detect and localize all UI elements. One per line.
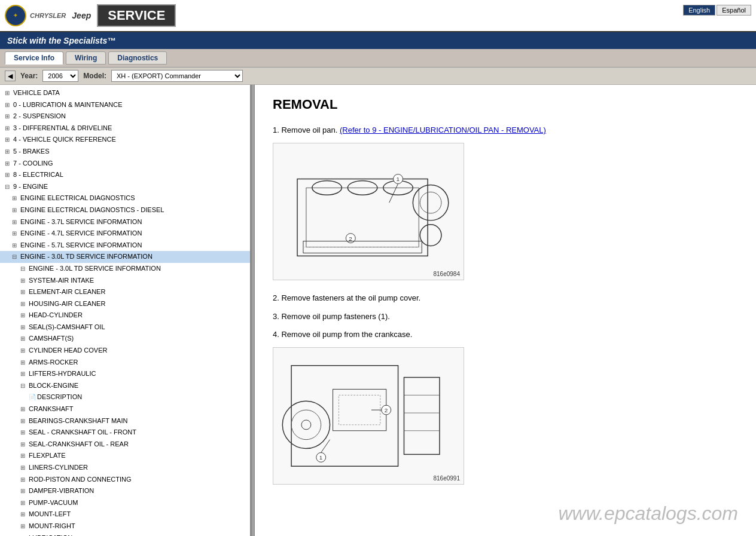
sidebar-item-differential[interactable]: ⊞ 3 - DIFFERENTIAL & DRIVELINE (0, 122, 250, 134)
sidebar-item-suspension[interactable]: ⊞ 2 - SUSPENSION (0, 111, 250, 122)
sidebar-label-rod-piston: ROD-PISTON AND CONNECTING (29, 476, 132, 483)
sidebar-item-eng-37[interactable]: ⊞ ENGINE - 3.7L SERVICE INFORMATION (0, 216, 250, 228)
svg-text:2: 2 (349, 235, 352, 241)
sidebar-item-rod-piston[interactable]: ⊞ ROD-PISTON AND CONNECTING (0, 474, 250, 486)
step-3: 3. Remove oil pump fasteners (1). (273, 311, 738, 323)
sidebar-item-vehicle-quick[interactable]: ⊞ 4 - VEHICLE QUICK REFERENCE (0, 134, 250, 146)
sidebar-item-block-desc[interactable]: 📄 DESCRIPTION (0, 391, 250, 403)
sidebar-label-engine: 9 - ENGINE (13, 183, 48, 190)
sidebar-label-mount-right: MOUNT-RIGHT (29, 522, 75, 529)
header: ✦ CHRYSLER Jeep SERVICE English Español (0, 0, 756, 32)
toggle-icon-seal-camshaft: ⊞ (20, 323, 29, 332)
sidebar-label-seal-camshaft: SEAL(S)-CAMSHAFT OIL (29, 323, 105, 330)
toggle-icon-air-intake: ⊞ (20, 276, 29, 286)
toggle-icon-block-desc: 📄 (29, 393, 37, 402)
sidebar-item-damper[interactable]: ⊞ DAMPER-VIBRATION (0, 485, 250, 497)
step-1-link[interactable]: (Refer to 9 - ENGINE/LUBRICATION/OIL PAN… (340, 125, 546, 134)
sidebar-item-pump-vacuum[interactable]: ⊞ PUMP-VACUUM (0, 497, 250, 509)
sidebar-item-eng-57[interactable]: ⊞ ENGINE - 5.7L SERVICE INFORMATION (0, 240, 250, 252)
sidebar-label-lifters: LIFTERS-HYDRAULIC (29, 370, 96, 377)
toggle-icon-eng-37: ⊞ (12, 218, 20, 227)
sidebar-item-brakes[interactable]: ⊞ 5 - BRAKES (0, 146, 250, 158)
sidebar-label-damper: DAMPER-VIBRATION (29, 487, 94, 494)
step-1-text: Remove oil pan. (281, 125, 340, 134)
sidebar-item-block-engine[interactable]: ⊟ BLOCK-ENGINE (0, 380, 250, 392)
sidebar-item-seal-crank-rear[interactable]: ⊞ SEAL-CRANKSHAFT OIL - REAR (0, 439, 250, 451)
lang-espanol-button[interactable]: Español (717, 5, 751, 16)
sidebar-item-mount-right[interactable]: ⊞ MOUNT-RIGHT (0, 520, 250, 532)
sidebar-item-liners[interactable]: ⊞ LINERS-CYLINDER (0, 462, 250, 474)
sidebar-item-head-cylinder[interactable]: ⊞ HEAD-CYLINDER (0, 310, 250, 321)
content-flex: 1. Remove oil pan. (Refer to 9 - ENGINE/… (273, 124, 738, 525)
svg-text:1: 1 (319, 455, 323, 461)
year-select[interactable]: 2006 2005 2007 (42, 70, 78, 82)
toggle-icon-lifters: ⊞ (20, 369, 29, 379)
tab-diagnostics[interactable]: Diagnostics (108, 51, 167, 65)
content-area: REMOVAL 1. Remove oil pan. (Refer to 9 -… (255, 85, 756, 536)
sidebar-item-eng-30[interactable]: ⊟ ENGINE - 3.0L TD SERVICE INFORMATION (0, 251, 250, 263)
sidebar-label-block-engine: BLOCK-ENGINE (29, 382, 78, 389)
sidebar-item-eng-47[interactable]: ⊞ ENGINE - 4.7L SERVICE INFORMATION (0, 228, 250, 240)
sidebar-item-eng-elec-diag[interactable]: ⊞ ENGINE ELECTRICAL DIAGNOSTICS (0, 192, 250, 204)
sidebar-item-cylinder-head-cover[interactable]: ⊞ CYLINDER HEAD COVER (0, 345, 250, 357)
sidebar-item-seal-crank-front[interactable]: ⊞ SEAL - CRANKSHAFT OIL - FRONT (0, 427, 250, 439)
page-title: REMOVAL (273, 97, 738, 112)
sidebar-item-eng-elec-diag-diesel[interactable]: ⊞ ENGINE ELECTRICAL DIAGNOSTICS - DIESEL (0, 204, 250, 216)
toggle-icon-bearings-crank: ⊞ (20, 416, 29, 426)
sidebar-item-air-intake[interactable]: ⊞ SYSTEM-AIR INTAKE (0, 275, 250, 287)
sidebar-item-mount-left[interactable]: ⊞ MOUNT-LEFT (0, 509, 250, 520)
svg-rect-16 (273, 348, 463, 484)
sidebar-item-engine[interactable]: ⊟ 9 - ENGINE (0, 181, 250, 193)
tab-service-info[interactable]: Service Info (5, 51, 63, 65)
sidebar-item-vehicle-data[interactable]: ⊞ VEHICLE DATA (0, 87, 250, 99)
sidebar-item-lubrication-sub[interactable]: ⊟ LUBRICATION (0, 532, 250, 536)
toggle-icon-rod-piston: ⊞ (20, 475, 29, 485)
toggle-icon-eng-30-sub: ⊟ (20, 264, 29, 274)
sidebar-item-cooling[interactable]: ⊞ 7 - COOLING (0, 158, 250, 170)
sidebar-item-arms-rocker[interactable]: ⊞ ARMS-ROCKER (0, 357, 250, 369)
sidebar-item-bearings-crank[interactable]: ⊞ BEARINGS-CRANKSHAFT MAIN (0, 415, 250, 427)
sidebar-label-bearings-crank: BEARINGS-CRANKSHAFT MAIN (29, 417, 127, 424)
toggle-icon-differential: ⊞ (5, 124, 13, 133)
sidebar-label-vehicle-quick: 4 - VEHICLE QUICK REFERENCE (13, 136, 116, 143)
sidebar-label-housing-air: HOUSING-AIR CLEANER (29, 300, 105, 307)
step-4: 4. Remove oil pump from the crankcase. (273, 329, 738, 341)
lang-english-button[interactable]: English (683, 5, 715, 16)
model-select[interactable]: XH - (EXPORT) Commander (111, 70, 243, 82)
sidebar-label-flexplate: FLEXPLATE (29, 452, 66, 459)
toggle-icon-liners: ⊞ (20, 463, 29, 473)
year-label: Year: (20, 72, 38, 80)
diagram-1: 1 2 816e0984 (273, 143, 464, 280)
sidebar-item-seal-camshaft[interactable]: ⊞ SEAL(S)-CAMSHAFT OIL (0, 321, 250, 333)
logo-area: ✦ CHRYSLER Jeep SERVICE (5, 4, 176, 27)
toggle-icon-block-engine: ⊟ (20, 381, 29, 391)
sidebar-item-lifters[interactable]: ⊞ LIFTERS-HYDRAULIC (0, 368, 250, 380)
sidebar-label-vehicle-data: VEHICLE DATA (13, 89, 60, 96)
diagram-1-label: 816e0984 (434, 271, 461, 277)
toggle-icon-arms-rocker: ⊞ (20, 358, 29, 367)
toggle-icon-lubrication: ⊞ (5, 100, 13, 110)
step-2: 2. Remove fasteners at the oil pump cove… (273, 292, 738, 305)
sidebar-item-flexplate[interactable]: ⊞ FLEXPLATE (0, 450, 250, 462)
sidebar-item-housing-air[interactable]: ⊞ HOUSING-AIR CLEANER (0, 298, 250, 310)
sidebar-item-camshafts[interactable]: ⊞ CAMSHAFT(S) (0, 333, 250, 345)
sidebar-item-crankshaft[interactable]: ⊞ CRANKSHAFT (0, 403, 250, 415)
sidebar-label-air-cleaner: ELEMENT-AIR CLEANER (29, 288, 105, 295)
svg-text:1: 1 (397, 176, 400, 182)
toggle-icon-lubrication-sub: ⊟ (20, 534, 29, 536)
nav-back-button[interactable]: ◀ (5, 71, 16, 81)
sidebar-item-lubrication[interactable]: ⊞ 0 - LUBRICATION & MAINTENANCE (0, 99, 250, 111)
diagram-2-label: 816e0991 (434, 475, 461, 482)
sidebar-item-eng-30-sub[interactable]: ⊟ ENGINE - 3.0L TD SERVICE INFORMATION (0, 263, 250, 275)
toggle-icon-damper: ⊞ (20, 486, 29, 496)
toggle-icon-brakes: ⊞ (5, 147, 13, 157)
toggle-icon-head-cylinder: ⊞ (20, 311, 29, 320)
sidebar-item-air-cleaner[interactable]: ⊞ ELEMENT-AIR CLEANER (0, 286, 250, 298)
toggle-icon-eng-47: ⊞ (12, 229, 20, 238)
step-4-number: 4. (273, 330, 281, 339)
sidebar-item-electrical[interactable]: ⊞ 8 - ELECTRICAL (0, 169, 250, 181)
tab-wiring[interactable]: Wiring (66, 51, 106, 65)
sidebar-label-electrical: 8 - ELECTRICAL (13, 171, 63, 178)
sidebar-label-suspension: 2 - SUSPENSION (13, 112, 66, 120)
tagline: Stick with the Specialists™ (0, 32, 756, 49)
